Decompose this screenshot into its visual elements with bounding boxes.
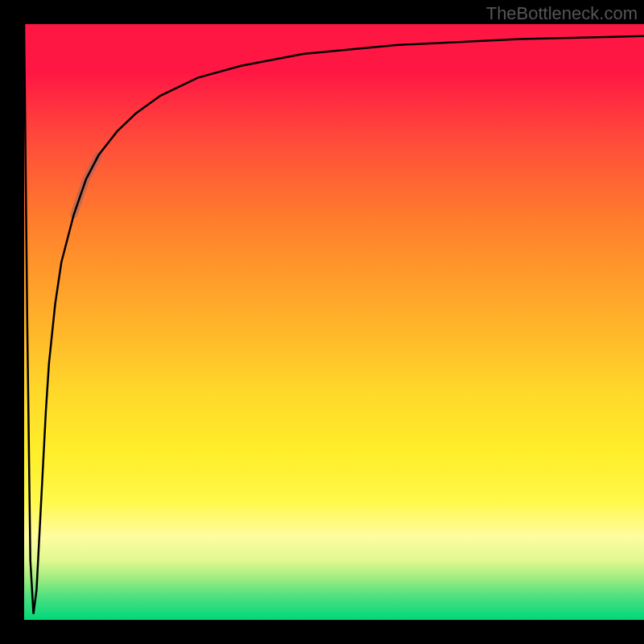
plot-area bbox=[24, 24, 644, 620]
curve-svg bbox=[24, 24, 644, 620]
watermark-text: TheBottleneck.com bbox=[486, 3, 638, 24]
bottleneck-curve bbox=[24, 24, 644, 614]
